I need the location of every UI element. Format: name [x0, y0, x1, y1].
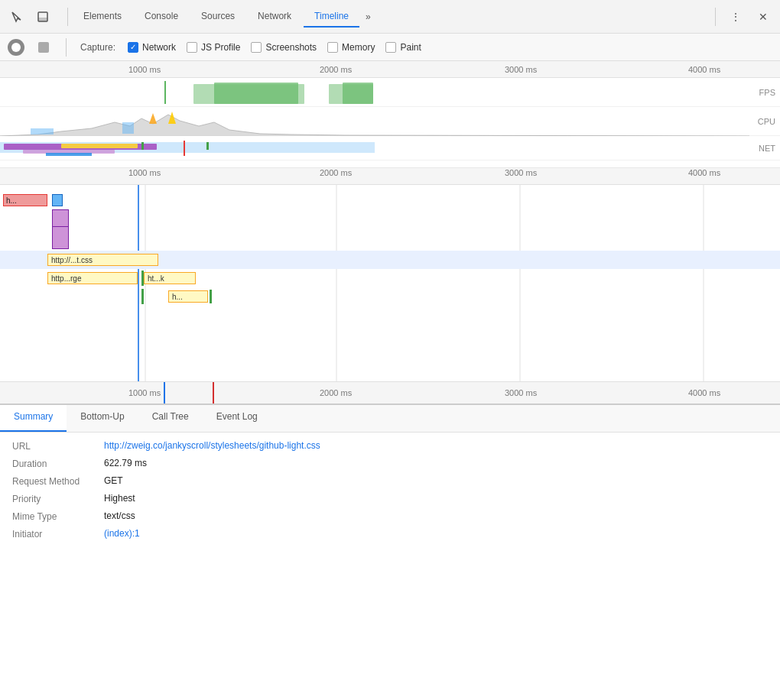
- record-button[interactable]: [8, 39, 24, 56]
- waterfall-ruler: 1000 ms 2000 ms 3000 ms 4000 ms: [0, 168, 780, 185]
- svg-rect-18: [46, 153, 92, 156]
- more-options-icon[interactable]: ⋮: [725, 6, 746, 28]
- request-method-value: GET: [104, 475, 768, 487]
- req-label-rge: http...rge: [51, 274, 81, 283]
- priority-value: Highest: [104, 493, 768, 504]
- divider: [67, 8, 68, 26]
- wf-ruler-1: 1000 ms: [128, 168, 161, 177]
- initiator-key: Initiator: [12, 528, 104, 540]
- jsprofile-checkbox[interactable]: [187, 42, 197, 53]
- capture-paint[interactable]: Paint: [385, 42, 421, 53]
- fps-track: FPS: [0, 78, 780, 107]
- wf-row-css[interactable]: http://...t.css: [0, 251, 780, 269]
- initiator-value[interactable]: (index):1: [104, 528, 768, 540]
- wf-row-3: [0, 226, 780, 243]
- tab-network[interactable]: Network: [247, 6, 302, 28]
- svg-rect-16: [206, 142, 209, 150]
- stop-button[interactable]: [35, 39, 52, 56]
- req-bar-blue1[interactable]: [52, 194, 63, 206]
- capture-jsprofile-label: JS Profile: [201, 42, 240, 53]
- request-method-key: Request Method: [12, 475, 104, 487]
- capture-memory-label: Memory: [342, 42, 375, 53]
- req-bar-css[interactable]: http://...t.css: [47, 254, 158, 266]
- req-bar-purple2[interactable]: [52, 226, 69, 249]
- br-mark-3: 3000 ms: [505, 388, 537, 397]
- svg-rect-4: [214, 83, 298, 104]
- svg-rect-2: [164, 81, 166, 104]
- capture-screenshots-label: Screenshots: [265, 42, 317, 53]
- br-mark-4: 4000 ms: [688, 388, 720, 397]
- tab-timeline[interactable]: Timeline: [304, 6, 359, 28]
- duration-key: Duration: [12, 458, 104, 469]
- br-mark-1: 1000 ms: [128, 388, 161, 397]
- capture-network-label: Network: [142, 42, 176, 53]
- close-icon[interactable]: ✕: [752, 6, 774, 28]
- network-checkbox[interactable]: [128, 42, 138, 53]
- br-mark-2: 2000 ms: [320, 388, 352, 397]
- req-label-css: http://...t.css: [51, 256, 93, 264]
- cursor-icon[interactable]: [6, 6, 28, 28]
- svg-rect-15: [141, 142, 144, 150]
- mime-type-value: text/css: [104, 510, 768, 522]
- capture-screenshots[interactable]: Screenshots: [251, 42, 317, 53]
- waterfall-area[interactable]: 1000 ms 2000 ms 3000 ms 4000 ms h... htt…: [0, 168, 780, 382]
- capture-network[interactable]: Network: [128, 42, 176, 53]
- bottom-ruler: 1000 ms 2000 ms 3000 ms 4000 ms: [0, 382, 780, 405]
- cpu-label: CPU: [758, 117, 775, 126]
- mini-ruler: 1000 ms 2000 ms 3000 ms 4000 ms: [0, 61, 780, 78]
- divider2: [715, 8, 716, 26]
- req-bar-htk[interactable]: ht...k: [144, 272, 196, 284]
- capture-label: Capture:: [80, 42, 115, 53]
- req-label-hsmall: h...: [172, 293, 183, 301]
- devtools-icons: [6, 6, 54, 28]
- req-label-htk: ht...k: [148, 274, 164, 283]
- ruler-mark-3: 3000 ms: [505, 65, 537, 74]
- tab-calltree[interactable]: Call Tree: [138, 405, 203, 432]
- mime-type-key: Mime Type: [12, 510, 104, 522]
- req-label-h: h...: [6, 196, 17, 205]
- capture-memory[interactable]: Memory: [327, 42, 375, 53]
- svg-rect-10: [122, 122, 134, 134]
- mini-timeline: 1000 ms 2000 ms 3000 ms 4000 ms FPS CPU: [0, 61, 780, 168]
- svg-rect-9: [31, 128, 54, 134]
- req-bar-hsmall[interactable]: h...: [168, 290, 208, 303]
- wf-row-rge[interactable]: http...rge ht...k: [0, 269, 780, 287]
- tab-sources[interactable]: Sources: [190, 6, 245, 28]
- req-bar-h[interactable]: h...: [3, 194, 47, 206]
- req-bar-rge[interactable]: http...rge: [47, 272, 138, 284]
- tab-console[interactable]: Console: [134, 6, 189, 28]
- tab-elements[interactable]: Elements: [73, 6, 132, 28]
- green-marker-2: [141, 289, 144, 304]
- wf-ruler-2: 2000 ms: [320, 168, 352, 177]
- wf-row-1[interactable]: h...: [0, 191, 780, 209]
- tab-summary[interactable]: Summary: [0, 405, 67, 432]
- priority-key: Priority: [12, 493, 104, 504]
- ruler-mark-1: 1000 ms: [128, 65, 161, 74]
- tab-eventlog[interactable]: Event Log: [203, 405, 271, 432]
- memory-checkbox[interactable]: [327, 42, 338, 53]
- svg-rect-1: [38, 18, 47, 21]
- svg-rect-14: [61, 144, 138, 148]
- paint-checkbox[interactable]: [385, 42, 396, 53]
- wf-row-hsmall[interactable]: h...: [0, 287, 780, 306]
- screenshots-checkbox[interactable]: [251, 42, 262, 53]
- capture-jsprofile[interactable]: JS Profile: [187, 42, 240, 53]
- cursor-line: [164, 382, 165, 403]
- capture-paint-label: Paint: [400, 42, 421, 53]
- url-value[interactable]: http://zweig.co/jankyscroll/stylesheets/…: [104, 440, 768, 452]
- dock-icon[interactable]: [32, 6, 54, 28]
- fps-label: FPS: [759, 88, 775, 97]
- net-track: NET: [0, 136, 780, 160]
- tab-bottomup[interactable]: Bottom-Up: [67, 405, 138, 432]
- duration-value: 622.79 ms: [104, 458, 768, 469]
- wf-row-2: [0, 209, 780, 226]
- green-marker-3: [210, 290, 212, 303]
- red-marker-line: [213, 382, 214, 403]
- svg-marker-7: [149, 113, 157, 124]
- cpu-track: CPU: [0, 107, 780, 136]
- wf-ruler-4: 4000 ms: [688, 168, 720, 177]
- tab-overflow[interactable]: »: [361, 7, 375, 27]
- net-chart: [0, 136, 749, 160]
- tab-bar-right: ⋮ ✕: [712, 6, 774, 28]
- svg-rect-17: [184, 141, 185, 156]
